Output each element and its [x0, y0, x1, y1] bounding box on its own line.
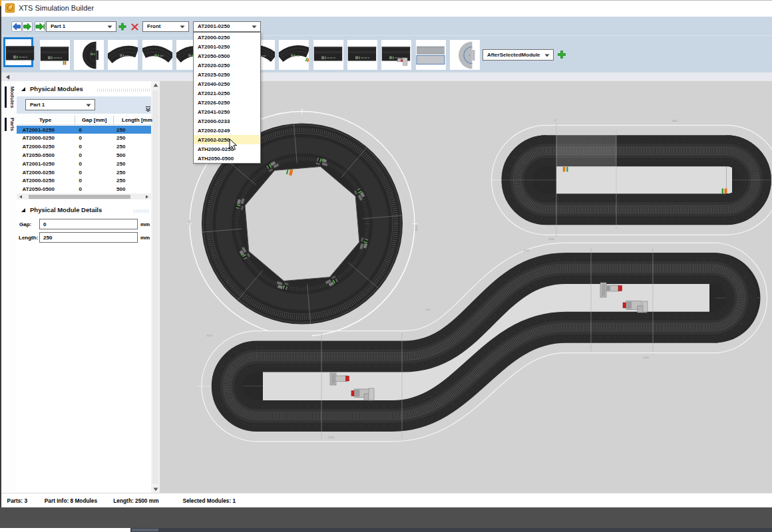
- svg-text:1000: 1000: [523, 249, 530, 252]
- svg-text:500: 500: [426, 308, 431, 311]
- svg-text:500: 500: [672, 119, 677, 122]
- svg-text:1500: 1500: [206, 334, 213, 337]
- svg-text:4000: 4000: [328, 436, 335, 439]
- svg-text:2500: 2500: [643, 356, 650, 359]
- svg-text:1000: 1000: [415, 225, 418, 231]
- svg-text:1000: 1000: [548, 237, 555, 241]
- svg-text:500: 500: [188, 219, 191, 225]
